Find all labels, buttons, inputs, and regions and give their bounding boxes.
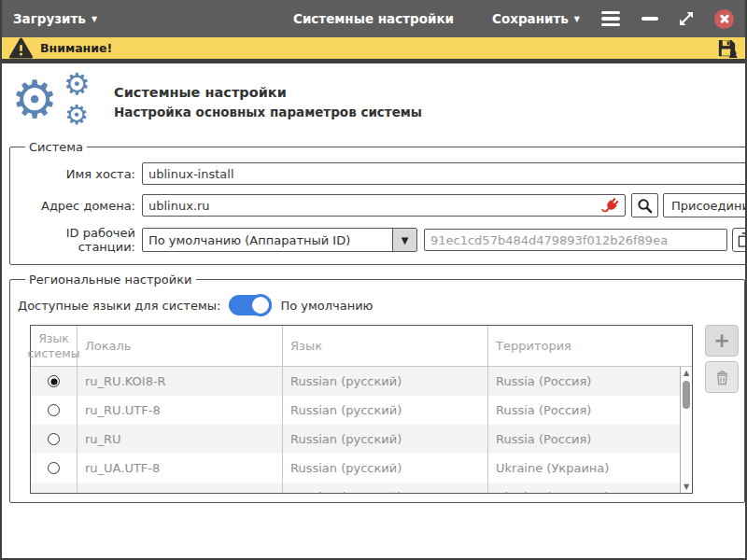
copy-icon (738, 232, 746, 247)
workstation-id-select[interactable]: По умолчанию (Аппаратный ID) ▼ (142, 228, 417, 252)
disconnected-plug-icon (601, 197, 620, 216)
regional-section-legend: Региональные настройки (25, 273, 196, 287)
workstation-id-value[interactable] (424, 229, 727, 251)
locale-cell: ru_RU.UTF-8 (78, 396, 283, 425)
trash-icon (715, 370, 729, 385)
main-content: ⚙⚙⚙ Системные настройки Настройка основн… (2, 63, 745, 558)
resize-diagonal-icon (678, 10, 695, 27)
locales-table-header: Язык системы Локаль Язык Территория (31, 326, 692, 367)
page-header: ⚙⚙⚙ Системные настройки Настройка основн… (7, 67, 740, 138)
regional-section: Региональные настройки Доступные языки д… (9, 273, 745, 503)
close-button[interactable] (714, 9, 734, 29)
save-menu-button[interactable]: Сохранить ▼ (492, 11, 580, 26)
chevron-down-icon: ▼ (392, 229, 416, 251)
domain-input[interactable] (142, 194, 626, 217)
territory-cell: Ukraine (Украина) (488, 454, 680, 483)
locales-table-zone: Язык системы Локаль Язык Территория ru_R… (30, 325, 739, 494)
domain-search-button[interactable] (631, 193, 658, 217)
table-row[interactable]: ru_RU.UTF-8 Russian (русский) Russia (Ро… (31, 396, 680, 425)
column-header-territory: Территория (488, 326, 692, 366)
territory-cell: Russia (Россия) (488, 367, 680, 396)
workstation-id-label: ID рабочей станции: (16, 226, 135, 254)
languages-toggle-state: По умолчанию (280, 299, 373, 313)
page-title: Системные настройки (114, 85, 422, 100)
locales-table-body: ru_RU.KOI8-R Russian (русский) Russia (Р… (31, 367, 680, 493)
language-cell: Russian (русский) (283, 396, 488, 425)
territory-cell: Ukraine (Украина) (488, 483, 680, 493)
chevron-down-icon: ▼ (92, 16, 97, 23)
locale-cell: ru_RU.KOI8-R (78, 367, 283, 396)
system-language-radio[interactable] (48, 462, 60, 474)
hamburger-menu-button[interactable] (599, 9, 622, 28)
warning-triangle-icon (9, 37, 33, 59)
search-icon (637, 198, 653, 214)
delete-locale-button[interactable] (705, 361, 739, 393)
system-language-radio[interactable] (48, 404, 60, 416)
scrollbar-thumb[interactable] (683, 381, 690, 409)
languages-toggle-label: Доступные языки для системы: (18, 299, 220, 313)
locales-table: Язык системы Локаль Язык Территория ru_R… (30, 325, 693, 494)
language-cell: Russian (русский) (283, 425, 488, 454)
table-row[interactable]: ru_UA Russian (русский) Ukraine (Украина… (31, 483, 680, 493)
column-header-locale: Локаль (78, 326, 283, 366)
table-row[interactable]: ru_RU.KOI8-R Russian (русский) Russia (Р… (31, 367, 680, 396)
languages-toggle-row: Доступные языки для системы: По умолчани… (18, 295, 739, 315)
warning-bar: Внимание! (2, 37, 745, 63)
table-row[interactable]: ru_RU Russian (русский) Russia (Россия) (31, 425, 680, 454)
language-cell: Russian (русский) (283, 454, 488, 483)
locale-cell: ru_UA (78, 483, 283, 493)
languages-toggle[interactable] (229, 295, 272, 315)
load-menu-button[interactable]: Загрузить ▼ (13, 11, 97, 26)
system-language-radio[interactable] (48, 375, 60, 387)
floppy-save-icon (716, 37, 738, 59)
workstation-id-row: ID рабочей станции: По умолчанию (Аппара… (16, 226, 745, 254)
maximize-button[interactable] (678, 10, 695, 27)
column-header-system-language: Язык системы (31, 326, 78, 366)
add-locale-button[interactable]: + (705, 325, 739, 357)
domain-label: Адрес домена: (16, 199, 135, 213)
system-section: Система Имя хоста: Адрес домена: (9, 140, 745, 265)
hostname-row: Имя хоста: (16, 162, 745, 185)
language-cell: Russian (русский) (283, 483, 488, 493)
scroll-up-icon[interactable]: ▲ (681, 367, 692, 379)
territory-cell: Russia (Россия) (488, 396, 680, 425)
app-window: Загрузить ▼ Системные настройки Сохранит… (0, 0, 747, 560)
language-cell: Russian (русский) (283, 367, 488, 396)
territory-cell: Russia (Россия) (488, 425, 680, 454)
table-scrollbar[interactable]: ▲ ▼ (680, 367, 692, 493)
gears-icon: ⚙⚙⚙ (11, 73, 101, 131)
locale-cell: ru_RU (78, 425, 283, 454)
page-subtitle: Настройка основных параметров системы (114, 105, 422, 119)
hostname-label: Имя хоста: (16, 167, 135, 181)
warning-text: Внимание! (40, 41, 112, 55)
save-menu-label: Сохранить (492, 11, 569, 26)
chevron-down-icon: ▼ (574, 16, 580, 23)
load-menu-label: Загрузить (13, 11, 86, 26)
join-domain-button[interactable]: Присоединиться (663, 193, 745, 217)
system-language-radio[interactable] (48, 433, 60, 445)
minimize-button[interactable] (641, 17, 658, 21)
copy-id-button[interactable] (732, 228, 745, 252)
system-section-legend: Система (25, 140, 87, 154)
scroll-down-icon[interactable]: ▼ (681, 481, 692, 493)
save-settings-button[interactable] (716, 37, 738, 59)
workstation-id-selected-option: По умолчанию (Аппаратный ID) (143, 233, 392, 247)
domain-row: Адрес домена: (16, 193, 745, 217)
locale-cell: ru_UA.UTF-8 (78, 454, 283, 483)
table-row[interactable]: ru_UA.UTF-8 Russian (русский) Ukraine (У… (31, 454, 680, 483)
hostname-input[interactable] (142, 162, 745, 185)
titlebar: Загрузить ▼ Системные настройки Сохранит… (2, 0, 745, 37)
column-header-language: Язык (283, 326, 488, 366)
